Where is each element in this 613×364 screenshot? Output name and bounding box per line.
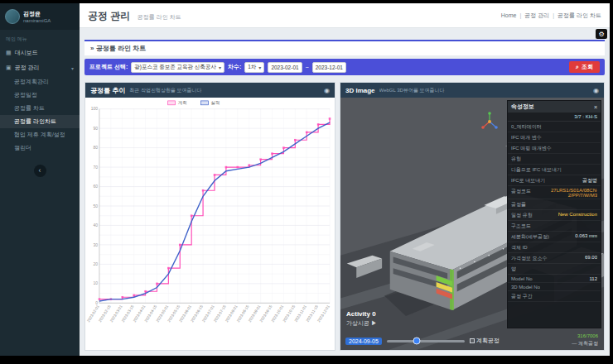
date-range-tilde: ~ (306, 65, 309, 70)
menu-section-label: 메인 메뉴 (0, 30, 80, 46)
plan-line-legend: — 계획공정 (572, 340, 598, 347)
chart-area: 01020304050607080901002023-02-012023-02-… (85, 98, 335, 350)
user-profile[interactable]: 김정윤 namiramiGA (0, 3, 80, 30)
panel-subtitle: WebGL 3D뷰어를 보여줍니다 (379, 87, 445, 94)
sidebar: 김정윤 namiramiGA 메인 메뉴 ▦ 대시보드 ▣ 공정 관리 ▾ 공정… (0, 3, 80, 356)
process-icon: ▣ (6, 65, 12, 71)
sidebar-item-process-mgmt[interactable]: ▣ 공정 관리 ▾ (0, 60, 80, 75)
property-row: 양 (508, 264, 601, 275)
section-header: » 공정률 라인 차트 (84, 40, 605, 55)
breadcrumb-item: 공정률 라인 차트 (557, 12, 601, 20)
property-row: 공정률 (508, 199, 601, 210)
timeline-bar: 2024-09-05 계획공정 (345, 337, 500, 345)
project-select-value: 광)포스코 중보존 교육관 신축공사 (134, 64, 216, 71)
property-row: 일정 유형New Construction (508, 210, 601, 221)
avatar (5, 9, 20, 24)
sidebar-subitem-5[interactable]: 캘린더 (0, 141, 80, 155)
section-title: » 공정률 라인 차트 (90, 45, 146, 52)
viewer-3d-canvas[interactable]: 속성정보 × 3/7 : KH-S 0_메타데이터IFC 매개 변수IFC 매핑… (340, 98, 604, 350)
properties-panel: 속성정보 × 3/7 : KH-S 0_메타데이터IFC 매개 변수IFC 매핑… (507, 100, 601, 328)
property-row: 3D Model No (508, 283, 601, 291)
svg-text:90: 90 (93, 127, 98, 131)
breadcrumb-item[interactable]: 공정 관리 (524, 12, 549, 20)
dashboard-icon: ▦ (6, 50, 12, 56)
sidebar-collapse-button[interactable]: ‹ (34, 165, 46, 177)
svg-text:20: 20 (93, 262, 98, 266)
property-row: IFC로 내보내기공정명 (508, 175, 601, 186)
panels-row: 공정률 추이 최근 작업진행상황을 보여줍니다 ◉ 01020304050607… (80, 79, 610, 356)
close-icon[interactable]: × (594, 104, 597, 110)
user-id: namiramiGA (23, 18, 51, 23)
panel-menu-icon[interactable]: ◉ (593, 87, 599, 94)
svg-text:60: 60 (93, 184, 98, 189)
panel-header: 공정률 추이 최근 작업진행상황을 보여줍니다 ◉ (85, 83, 335, 98)
caret-down-icon: ▾ (219, 65, 221, 70)
svg-text:계획: 계획 (178, 100, 187, 105)
breadcrumb-home[interactable]: Home (501, 12, 517, 18)
sidebar-subitem-0[interactable]: 공정계획관리 (0, 75, 80, 89)
sidebar-subitem-4[interactable]: 협업 제휴 계획/설정 (0, 128, 80, 141)
breadcrumb: Home | 공정 관리 | 공정률 라인 차트 (501, 12, 601, 20)
toolbar-row: ⚙ (80, 28, 610, 40)
settings-gear-button[interactable]: ⚙ (596, 29, 607, 39)
svg-text:10: 10 (93, 282, 98, 286)
property-row: 유형 (508, 154, 601, 165)
activity-value: 0 (372, 310, 375, 318)
sidebar-subitem-1[interactable]: 공정일정 (0, 89, 80, 102)
breadcrumb-separator: | (520, 12, 522, 18)
virtual-construction-button[interactable]: 가상시공 ▶ (346, 319, 377, 328)
property-row: 다음으로 IFC 내보내기 (508, 165, 601, 175)
property-row: 객체 ID (508, 242, 601, 253)
sidebar-subitem-2[interactable]: 공정률 차트 (0, 102, 80, 115)
breadcrumb-separator: | (553, 12, 554, 18)
axis-gizmo-icon[interactable] (480, 111, 500, 131)
search-button[interactable]: ⌕ 조회 (569, 61, 600, 73)
property-row: IFC 매개 변수 (508, 132, 601, 143)
round-select-label: 차수: (228, 63, 241, 71)
page-title: 공정 관리 (88, 10, 130, 22)
sidebar-item-label: 대시보드 (15, 49, 38, 57)
property-row: 세분화(세부공정)0.063 mm (508, 232, 601, 242)
panel-menu-icon[interactable]: ◉ (324, 87, 330, 94)
panel-subtitle: 최근 작업진행상황을 보여줍니다 (129, 87, 201, 94)
timeline-date[interactable]: 2024-09-05 (345, 338, 382, 345)
sidebar-subitem-3[interactable]: 공정률 라인차트 (0, 115, 80, 128)
search-icon: ⌕ (576, 64, 579, 70)
main-area: 공정 관리 공정률 라인 차트 Home | 공정 관리 | 공정률 라인 차트… (80, 3, 610, 356)
round-select[interactable]: 1차 ▾ (244, 62, 264, 73)
sidebar-item-dashboard[interactable]: ▦ 대시보드 (0, 46, 80, 60)
svg-text:50: 50 (93, 204, 98, 208)
play-icon: ▶ (371, 320, 377, 326)
property-row: 공정 구간 (508, 291, 601, 302)
user-name: 김정윤 (23, 10, 51, 18)
slider-handle[interactable] (413, 338, 420, 345)
svg-text:40: 40 (93, 223, 98, 228)
checkbox-icon (470, 338, 475, 343)
date-from-input[interactable]: 2023-02-01 (268, 62, 302, 73)
property-row: Model No112 (508, 275, 601, 283)
viewer-3d-panel: 3D Image WebGL 3D뷰어를 보여줍니다 ◉ (340, 82, 605, 351)
timeline-slider[interactable] (387, 340, 465, 342)
property-row: 0_메타데이터 (508, 122, 601, 132)
svg-text:30: 30 (93, 243, 98, 247)
property-row: 가격정보 요소수69.00 (508, 253, 601, 264)
progress-chart-panel: 공정률 추이 최근 작업진행상황을 보여줍니다 ◉ 01020304050607… (84, 82, 335, 351)
property-row: 공정코드27LRS1/S01A/08CN-2/PP/7/W/M3 (508, 186, 601, 199)
page-header: 공정 관리 공정률 라인 차트 Home | 공정 관리 | 공정률 라인 차트 (80, 3, 610, 28)
panel-header: 3D Image WebGL 3D뷰어를 보여줍니다 ◉ (340, 83, 604, 98)
chevron-down-icon: ▾ (71, 65, 74, 71)
plan-overlay-checkbox[interactable]: 계획공정 (470, 337, 500, 345)
round-select-value: 1차 (248, 64, 256, 71)
properties-rows: 0_메타데이터IFC 매개 변수IFC 매핑 매개변수유형다음으로 IFC 내보… (508, 122, 601, 302)
progress-line-chart: 01020304050607080901002023-02-012023-02-… (85, 98, 335, 350)
activity-overlay: Activity 0 가상시공 ▶ (346, 310, 377, 328)
properties-title: 속성정보 (511, 103, 534, 111)
project-select[interactable]: 광)포스코 중보존 교육관 신축공사 ▾ (131, 62, 224, 73)
filter-bar: 프로젝트 선택: 광)포스코 중보존 교육관 신축공사 ▾ 차수: 1차 ▾ 2… (84, 59, 605, 75)
property-row: 구조코드 (508, 221, 601, 232)
sidebar-submenu: 공정계획관리공정일정공정률 차트공정률 라인차트협업 제휴 계획/설정캘린더 (0, 75, 80, 155)
search-button-label: 조회 (582, 63, 593, 71)
date-to-input[interactable]: 2023-12-01 (312, 62, 346, 73)
sidebar-item-label: 공정 관리 (15, 64, 40, 72)
activity-label: Activity (346, 310, 370, 318)
